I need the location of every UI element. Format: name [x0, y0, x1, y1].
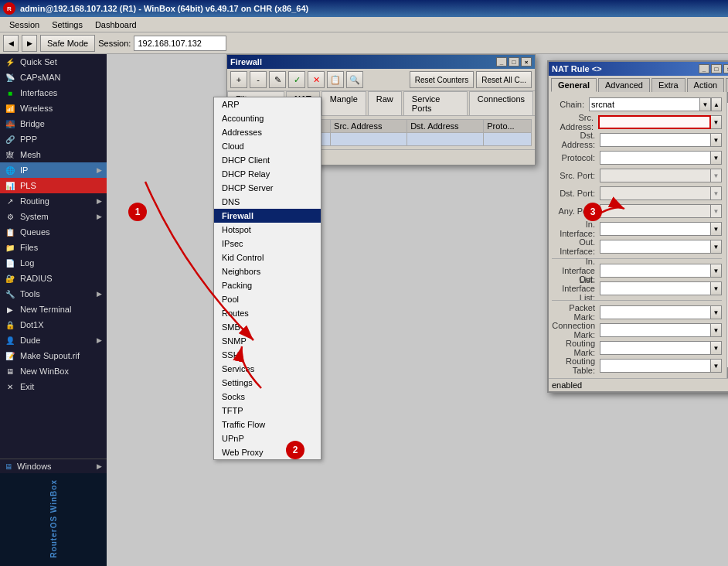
sidebar-item-capsman[interactable]: 📡 CAPsMAN	[0, 70, 107, 85]
fw-enable-btn[interactable]: ✓	[288, 71, 305, 88]
reset-all-counters-btn[interactable]: Reset All C...	[476, 71, 532, 88]
src-address-input[interactable]	[598, 115, 711, 129]
packet-mark-input[interactable]	[600, 305, 711, 319]
sidebar-item-mesh[interactable]: 🕸 Mesh	[0, 147, 107, 162]
dropdown-dhcp-relay[interactable]: DHCP Relay	[214, 167, 321, 181]
dropdown-pool[interactable]: Pool	[214, 292, 321, 306]
back-button[interactable]: ◀	[3, 35, 19, 52]
dropdown-cloud[interactable]: Cloud	[214, 139, 321, 153]
dropdown-neighbors[interactable]: Neighbors	[214, 264, 321, 278]
dropdown-kid-control[interactable]: Kid Control	[214, 251, 321, 264]
safe-mode-button[interactable]: Safe Mode	[40, 35, 95, 52]
nat-maximize-btn[interactable]: □	[711, 64, 722, 73]
sidebar-item-dot1x[interactable]: 🔒 Dot1X	[0, 317, 107, 332]
sidebar-item-ip[interactable]: 🌐 IP ▶	[0, 162, 107, 178]
windows-item[interactable]: 🖥 Windows ▶	[0, 459, 107, 473]
dropdown-traffic-flow[interactable]: Traffic Flow	[214, 418, 321, 431]
forward-button[interactable]: ▶	[22, 35, 37, 52]
dropdown-upnp[interactable]: UPnP	[214, 431, 321, 445]
dst-address-input[interactable]	[600, 133, 711, 147]
nat-tab-extra[interactable]: Extra	[651, 78, 685, 92]
sidebar-item-files[interactable]: 📁 Files	[0, 240, 107, 255]
dropdown-dns[interactable]: DNS	[214, 195, 321, 209]
dropdown-routes[interactable]: Routes	[214, 306, 321, 320]
dropdown-packing[interactable]: Packing	[214, 278, 321, 292]
dropdown-hotspot[interactable]: Hotspot	[214, 223, 321, 237]
dropdown-ssh[interactable]: SSH	[214, 348, 321, 362]
sidebar-item-queues[interactable]: 📋 Queues	[0, 224, 107, 240]
fw-edit-btn[interactable]: ✎	[269, 71, 286, 88]
reset-counters-btn[interactable]: Reset Counters	[410, 71, 474, 88]
routing-mark-input[interactable]	[600, 341, 711, 355]
dropdown-snmp[interactable]: SNMP	[214, 334, 321, 348]
routing-table-input[interactable]	[600, 359, 711, 373]
sidebar-item-make-supout[interactable]: 📝 Make Supout.rif	[0, 348, 107, 363]
nat-tab-action[interactable]: Action	[687, 78, 725, 92]
dropdown-tftp[interactable]: TFTP	[214, 404, 321, 418]
fw-filter-btn[interactable]: 🔍	[346, 71, 363, 88]
sidebar-item-exit[interactable]: ✕ Exit	[0, 379, 107, 394]
sidebar-item-wireless[interactable]: 📶 Wireless	[0, 101, 107, 116]
sidebar-item-bridge[interactable]: 🌉 Bridge	[0, 116, 107, 131]
dropdown-accounting[interactable]: Accounting	[214, 111, 321, 125]
menu-session[interactable]: Session	[3, 19, 46, 31]
dropdown-web-proxy[interactable]: Web Proxy	[214, 445, 321, 459]
packet-mark-dropdown[interactable]: ▼	[711, 305, 722, 319]
fw-disable-btn[interactable]: ✕	[308, 71, 325, 88]
sidebar-item-system[interactable]: ⚙ System ▶	[0, 209, 107, 224]
dropdown-services[interactable]: Services	[214, 362, 321, 376]
sidebar-item-dude[interactable]: 👤 Dude ▶	[0, 332, 107, 348]
src-address-dropdown[interactable]: ▼	[711, 115, 722, 129]
sidebar-item-tools[interactable]: 🔧 Tools ▶	[0, 286, 107, 302]
protocol-input[interactable]	[600, 151, 711, 165]
in-iface-list-dropdown[interactable]: ▼	[711, 264, 722, 278]
chain-scroll-btn[interactable]: ▲	[711, 97, 722, 111]
sidebar-item-pls[interactable]: 📊 PLS	[0, 178, 107, 193]
sidebar-item-ppp[interactable]: 🔗 PPP	[0, 131, 107, 147]
nat-close-btn[interactable]: ×	[723, 64, 728, 73]
nat-tab-general[interactable]: General	[551, 78, 597, 92]
menu-dashboard[interactable]: Dashboard	[89, 19, 143, 31]
dropdown-dhcp-server[interactable]: DHCP Server	[214, 181, 321, 195]
dropdown-dhcp-client[interactable]: DHCP Client	[214, 153, 321, 167]
dropdown-firewall[interactable]: Firewall	[214, 209, 321, 223]
dropdown-addresses[interactable]: Addresses	[214, 125, 321, 139]
conn-mark-dropdown[interactable]: ▼	[711, 323, 722, 337]
chain-input[interactable]	[589, 97, 700, 111]
sidebar-item-quick-set[interactable]: ⚡ Quick Set	[0, 54, 107, 70]
out-interface-input[interactable]	[600, 240, 711, 254]
firewall-maximize-btn[interactable]: □	[509, 57, 519, 66]
dst-address-dropdown[interactable]: ▼	[711, 133, 722, 147]
tab-raw[interactable]: Raw	[368, 91, 402, 115]
sidebar-item-routing[interactable]: ↗ Routing ▶	[0, 193, 107, 209]
in-interface-dropdown[interactable]: ▼	[711, 222, 722, 236]
protocol-dropdown[interactable]: ▼	[711, 151, 722, 165]
fw-add-btn[interactable]: +	[230, 71, 247, 88]
routing-table-dropdown[interactable]: ▼	[711, 359, 722, 373]
nat-minimize-btn[interactable]: _	[699, 64, 709, 73]
routing-mark-dropdown[interactable]: ▼	[711, 341, 722, 355]
chain-dropdown-arrow[interactable]: ▼	[700, 97, 711, 111]
dropdown-socks[interactable]: Socks	[214, 390, 321, 404]
sidebar-item-new-winbox[interactable]: 🖥 New WinBox	[0, 363, 107, 379]
sidebar-item-log[interactable]: 📄 Log	[0, 255, 107, 271]
dropdown-arp[interactable]: ARP	[214, 97, 321, 111]
out-interface-dropdown[interactable]: ▼	[711, 240, 722, 254]
out-iface-list-dropdown[interactable]: ▼	[711, 281, 722, 295]
dropdown-ipsec[interactable]: IPsec	[214, 237, 321, 251]
dropdown-settings[interactable]: Settings	[214, 376, 321, 390]
in-iface-list-input[interactable]	[600, 264, 711, 278]
conn-mark-input[interactable]	[600, 323, 711, 337]
tab-connections[interactable]: Connections	[469, 91, 533, 115]
firewall-minimize-btn[interactable]: _	[496, 57, 507, 66]
menu-settings[interactable]: Settings	[46, 19, 89, 31]
out-iface-list-input[interactable]	[600, 281, 711, 295]
firewall-close-btn[interactable]: ×	[521, 57, 532, 66]
tab-mangle[interactable]: Mangle	[321, 91, 366, 115]
in-interface-input[interactable]	[600, 222, 711, 236]
sidebar-item-interfaces[interactable]: ■ Interfaces	[0, 85, 107, 101]
fw-copy-icon[interactable]: 📋	[327, 71, 344, 88]
tab-service-ports[interactable]: Service Ports	[403, 91, 468, 115]
sidebar-item-new-terminal[interactable]: ▶ New Terminal	[0, 302, 107, 317]
nat-tab-advanced[interactable]: Advanced	[598, 78, 650, 92]
